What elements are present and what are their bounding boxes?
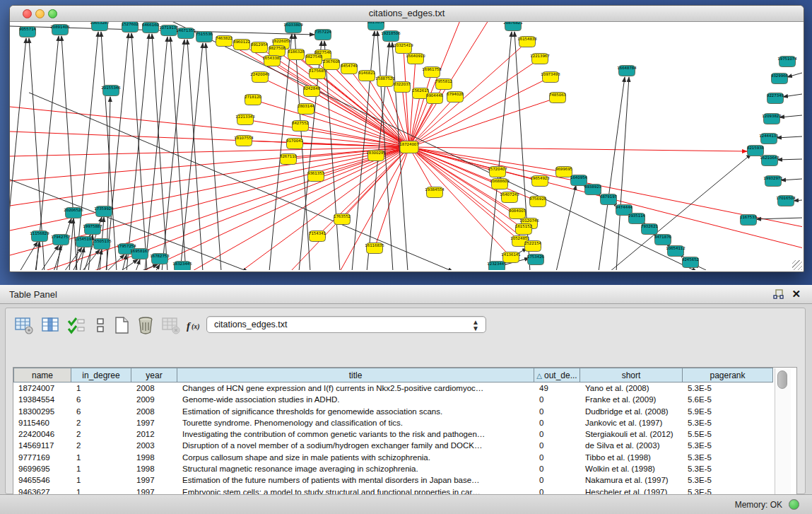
graph-node[interactable]: 22420046: [250, 72, 270, 83]
graph-node[interactable]: 18107554: [234, 136, 254, 146]
graph-node[interactable]: 10654112: [666, 246, 685, 257]
row-height-icon[interactable]: [90, 315, 110, 335]
graph-node[interactable]: 9827548: [305, 54, 323, 65]
graph-node[interactable]: 10653287: [90, 22, 109, 31]
graph-node[interactable]: 7955812: [435, 79, 452, 90]
table-row[interactable]: 1872400712008Changes of HCN gene express…: [13, 382, 773, 394]
delete-entries-icon[interactable]: [136, 315, 155, 335]
graph-node[interactable]: 12213343: [235, 115, 254, 125]
graph-node[interactable]: 17359924: [94, 206, 114, 217]
graph-node[interactable]: 7357224: [314, 30, 332, 40]
graph-node[interactable]: 9055714: [19, 27, 37, 37]
graph-node[interactable]: 16782753: [150, 254, 169, 264]
graph-node[interactable]: 2522154: [524, 241, 542, 252]
graph-node[interactable]: 20155346: [101, 86, 121, 96]
graph-node[interactable]: 6879197: [600, 194, 617, 205]
graph-node[interactable]: 8215938: [747, 146, 765, 156]
graph-node[interactable]: 7154341: [309, 231, 326, 242]
table-row[interactable]: 911546021997Tourette syndrome. Phenomeno…: [13, 417, 773, 428]
graph-node[interactable]: 19218506: [381, 31, 401, 42]
graph-node[interactable]: 8960122: [233, 40, 250, 50]
graph-node[interactable]: 16961758: [422, 67, 442, 78]
graph-node[interactable]: 9827508: [269, 46, 286, 57]
graph-node[interactable]: 7932621: [641, 224, 658, 235]
graph-node[interactable]: 16958167: [130, 249, 149, 259]
graph-node[interactable]: 3175685: [309, 69, 326, 79]
graph-node[interactable]: 9756928: [529, 197, 547, 207]
table-row[interactable]: 1830029562008Estimation of significance …: [13, 406, 773, 417]
graph-node[interactable]: 15505135: [92, 239, 111, 250]
column-header-in-degree[interactable]: in_degree: [71, 368, 131, 382]
graph-node[interactable]: 15887520: [375, 76, 395, 87]
graph-node[interactable]: 20891406: [50, 25, 70, 35]
column-header-year[interactable]: year: [131, 368, 177, 382]
graph-node[interactable]: 12323445: [487, 262, 506, 271]
close-panel-icon[interactable]: ✕: [792, 288, 801, 300]
function-builder-icon[interactable]: f (x): [185, 315, 205, 335]
graph-node[interactable]: 20876821: [503, 22, 522, 31]
graph-node[interactable]: 19751074: [777, 57, 797, 67]
window-resize-grip[interactable]: [792, 260, 802, 270]
graph-node[interactable]: 20206526: [64, 208, 83, 218]
column-header-short[interactable]: short: [580, 368, 683, 382]
create-table-icon[interactable]: [112, 315, 131, 335]
graph-node[interactable]: 8938923: [584, 185, 601, 195]
graph-node[interactable]: 10973493: [541, 72, 560, 83]
graph-node[interactable]: 8186328: [288, 49, 305, 60]
graph-node[interactable]: 8454749: [341, 64, 358, 74]
graph-node[interactable]: 11545194: [74, 237, 94, 247]
table-row[interactable]: 1456911722003Disruption of a novel membe…: [13, 440, 773, 451]
graph-node[interactable]: 11156829: [30, 231, 49, 242]
window-titlebar[interactable]: citations_edges.txt: [10, 6, 804, 22]
table-options-icon[interactable]: [14, 315, 34, 335]
graph-node[interactable]: 7515536: [196, 32, 213, 42]
graph-node[interactable]: 9361353: [307, 171, 324, 182]
graph-node[interactable]: 9084007: [509, 209, 526, 219]
graph-node[interactable]: 14671355: [176, 28, 195, 39]
graph-node[interactable]: 9904448: [426, 93, 444, 104]
column-header-name[interactable]: name: [13, 368, 71, 382]
graph-node[interactable]: 8322037: [394, 82, 411, 93]
graph-node[interactable]: 9170041: [286, 139, 303, 149]
graph-node[interactable]: 2803144: [298, 104, 315, 115]
column-header-out-de-[interactable]: △out_de...: [534, 368, 580, 382]
graph-node[interactable]: 16033809: [283, 23, 303, 33]
graph-node[interactable]: 19384554: [425, 187, 445, 198]
graph-node[interactable]: 1753426: [527, 255, 545, 265]
table-vertical-scrollbar[interactable]: [775, 368, 791, 498]
table-row[interactable]: 2242004622012Investigating the contribut…: [13, 428, 773, 440]
node-table[interactable]: namein_degreeyeartitle△out_de...shortpag…: [13, 367, 797, 499]
graph-node[interactable]: 16154838: [517, 37, 537, 47]
graph-node[interactable]: 10688609: [490, 179, 510, 189]
graph-node[interactable]: 16210643: [760, 156, 779, 166]
graph-node[interactable]: 1167533: [740, 215, 757, 226]
network-canvas[interactable]: 1872400718300295193845547463822896012289…: [10, 22, 802, 270]
graph-node[interactable]: 2935114: [628, 214, 646, 224]
graph-node[interactable]: 19932971: [763, 176, 782, 187]
graph-node[interactable]: 17016504: [776, 196, 796, 206]
graph-node[interactable]: 18323445: [172, 262, 192, 271]
graph-node[interactable]: 8912954: [251, 42, 269, 53]
table-row[interactable]: 946554611997Estimation of the future num…: [13, 474, 773, 486]
graph-node[interactable]: 17942757: [51, 235, 70, 245]
column-header-pagerank[interactable]: pagerank: [683, 368, 773, 382]
graph-node[interactable]: 16648784: [617, 66, 637, 76]
graph-node[interactable]: 12444131: [759, 134, 778, 144]
graph-node[interactable]: 9227349: [767, 93, 784, 104]
graph-node[interactable]: 8427552: [292, 121, 309, 132]
float-panel-icon[interactable]: [773, 289, 784, 300]
scrollbar-thumb[interactable]: [777, 370, 787, 389]
graph-node[interactable]: 16116835: [365, 243, 384, 254]
table-row[interactable]: 977716911998Corpus callosum shape and si…: [13, 452, 773, 463]
graph-node[interactable]: 1763552: [334, 214, 351, 225]
column-visibility-icon[interactable]: [40, 315, 60, 335]
table-row[interactable]: 1938455462009Genome-wide association stu…: [13, 394, 773, 405]
graph-node[interactable]: 9146821: [358, 71, 375, 81]
graph-node[interactable]: 2718120: [245, 95, 262, 105]
column-header-title[interactable]: title: [177, 368, 534, 382]
graph-node[interactable]: 16407243: [500, 192, 519, 203]
graph-node[interactable]: 18300295: [366, 151, 385, 161]
graph-node[interactable]: 8267110: [280, 154, 298, 165]
graph-node[interactable]: 12213967: [530, 54, 549, 64]
table-row[interactable]: 969969511998Structural magnetic resonanc…: [13, 463, 773, 474]
